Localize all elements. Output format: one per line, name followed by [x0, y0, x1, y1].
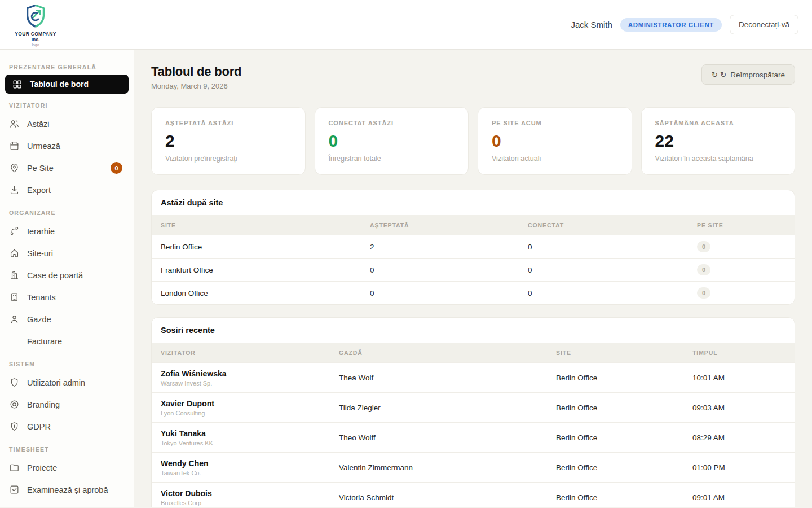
stat-sublabel: Înregistrări totale: [329, 155, 455, 163]
stat-card-this-week: SĂPTĂMÂNA ACEASTA 22 Vizitatori în aceas…: [641, 107, 796, 175]
location-pin-icon: [9, 163, 20, 173]
arrival-time: 01:00 PM: [692, 463, 785, 472]
sidebar-item-label: Urmează: [27, 142, 60, 151]
stat-card-checked-in: CONECTAT ASTĂZI 0 Înregistrări totale: [315, 107, 469, 175]
sidebar-item-gdpr[interactable]: GDPR: [0, 415, 134, 437]
calendar-icon: [9, 141, 20, 151]
sidebar-item-branding[interactable]: Branding: [0, 393, 134, 415]
table-row[interactable]: London Office 0 0 0: [152, 281, 795, 304]
blank-icon: [9, 336, 20, 347]
visitor-company: TaiwanTek Co.: [161, 470, 339, 476]
page-date: Monday, March 9, 2026: [151, 82, 241, 90]
column-header: SITE: [161, 222, 370, 229]
table-row[interactable]: Victor Dubois Bruxelles Corp Victoria Sc…: [152, 482, 795, 507]
column-header: SITE: [556, 349, 692, 356]
recent-arrivals-header: VIZITATOR GAZDĂ SITE TIMPUL: [152, 343, 795, 362]
today-by-site-header: SITE AȘTEPTATĂ CONECTAT PE SITE: [152, 215, 795, 235]
refresh-button[interactable]: ↻ ↻ Reîmprospătare: [701, 64, 795, 85]
table-row[interactable]: Frankfurt Office 0 0 0: [152, 258, 795, 281]
arrival-time: 09:01 AM: [692, 493, 785, 502]
stat-value: 0: [492, 132, 618, 151]
site-name: Berlin Office: [556, 404, 692, 412]
company-logo[interactable]: YOUR COMPANY Inc. logo: [14, 3, 58, 47]
sidebar-item-today[interactable]: Astăzi: [0, 113, 134, 135]
download-icon: [9, 185, 20, 195]
site-name: London Office: [161, 289, 370, 297]
stat-label: CONECTAT ASTĂZI: [329, 120, 455, 126]
people-icon: [9, 119, 20, 129]
table-row[interactable]: Yuki Tanaka Tokyo Ventures KK Theo Wolff…: [152, 422, 795, 452]
sidebar-item-export-timesheet[interactable]: Export: [0, 501, 134, 507]
logo-company-text: YOUR COMPANY: [15, 31, 56, 37]
sidebar-item-gatehouses[interactable]: Case de poartă: [0, 264, 134, 286]
gatehouse-icon: [9, 270, 20, 281]
download-icon: [9, 506, 20, 507]
visitor-company: Bruxelles Corp: [161, 500, 339, 506]
stat-card-onsite-now: PE SITE ACUM 0 Vizitatori actuali: [478, 107, 632, 175]
section-label-visitors: VIZITATORI: [9, 102, 125, 109]
sidebar-item-label: Proiecte: [27, 463, 57, 472]
sidebar-item-projects[interactable]: Proiecte: [0, 457, 134, 479]
sidebar-item-label: Facturare: [27, 337, 62, 346]
site-name: Berlin Office: [556, 493, 692, 502]
section-label-organize: ORGANIZARE: [9, 209, 125, 216]
column-header: GAZDĂ: [339, 349, 556, 356]
expected-count: 0: [370, 266, 528, 274]
table-row[interactable]: Berlin Office 2 0 0: [152, 235, 795, 258]
site-name: Berlin Office: [556, 374, 692, 382]
person-icon: [9, 314, 20, 325]
sidebar: PREZENTARE GENERALĂ Tabloul de bord VIZI…: [0, 50, 134, 507]
arrival-time: 08:29 AM: [692, 433, 785, 442]
sidebar-item-label: Astăzi: [27, 120, 50, 129]
stat-label: SĂPTĂMÂNA ACEASTA: [655, 120, 782, 126]
sidebar-item-upcoming[interactable]: Urmează: [0, 135, 134, 157]
sidebar-item-label: Gazde: [27, 315, 51, 324]
section-label-timesheet: TIMESHEET: [9, 446, 125, 453]
logout-button[interactable]: Deconectați-vă: [730, 15, 798, 34]
home-icon: [9, 248, 20, 259]
sidebar-item-label: Case de poartă: [27, 271, 83, 280]
visitor-name: Yuki Tanaka: [161, 429, 339, 438]
sidebar-item-admin-users[interactable]: Utilizatori admin: [0, 371, 134, 393]
top-header: YOUR COMPANY Inc. logo Jack Smith ADMINI…: [0, 0, 812, 50]
table-row[interactable]: Wendy Chen TaiwanTek Co. Valentin Zimmer…: [152, 452, 795, 482]
sidebar-item-label: Export: [27, 186, 51, 195]
connected-count: 0: [528, 266, 697, 274]
sidebar-item-label: Tabloul de bord: [30, 80, 89, 89]
site-name: Berlin Office: [161, 243, 370, 251]
table-row[interactable]: Xavier Dupont Lyon Consulting Tilda Zieg…: [152, 392, 795, 422]
sidebar-item-label: Ierarhie: [27, 227, 55, 236]
host-name: Thea Wolf: [339, 374, 556, 382]
site-name: Berlin Office: [556, 433, 692, 442]
host-name: Valentin Zimmermann: [339, 463, 556, 472]
stat-label: AȘTEPTATĂ ASTĂZI: [165, 120, 292, 126]
sidebar-item-dashboard[interactable]: Tabloul de bord: [5, 75, 129, 94]
expected-count: 0: [370, 289, 528, 297]
stat-value: 0: [329, 132, 455, 151]
sidebar-item-sites[interactable]: Site-uri: [0, 242, 134, 264]
sidebar-item-onsite[interactable]: Pe Site 0: [0, 157, 134, 179]
stat-value: 22: [655, 132, 782, 151]
stat-sublabel: Vizitatori preînregistrați: [165, 155, 292, 163]
visitor-company: Tokyo Ventures KK: [161, 440, 339, 446]
refresh-label: Reîmprospătare: [730, 71, 785, 79]
sidebar-item-label: Export: [27, 507, 51, 508]
dashboard-grid-icon: [12, 79, 23, 90]
main-content: Tabloul de bord Monday, March 9, 2026 ↻ …: [134, 50, 812, 507]
sidebar-item-tenants[interactable]: Tenants: [0, 286, 134, 308]
folder-icon: [9, 462, 20, 473]
sidebar-item-label: Branding: [27, 400, 60, 409]
section-label-system: SISTEM: [9, 361, 125, 367]
sidebar-item-label: Site-uri: [27, 249, 53, 258]
sidebar-item-export-visitors[interactable]: Export: [0, 179, 134, 201]
sidebar-item-hosts[interactable]: Gazde: [0, 308, 134, 330]
sidebar-item-hierarchy[interactable]: Ierarhie: [0, 220, 134, 242]
table-row[interactable]: Zofia Wiśniewska Warsaw Invest Sp. Thea …: [152, 362, 795, 392]
stat-value: 2: [165, 132, 292, 151]
sidebar-item-billing[interactable]: Facturare: [0, 330, 134, 352]
sidebar-item-review-approve[interactable]: Examinează și aprobă: [0, 479, 134, 501]
visitor-name: Xavier Dupont: [161, 399, 339, 408]
header-user-area: Jack Smith ADMINISTRATOR CLIENT Deconect…: [571, 15, 798, 34]
sidebar-item-label: Tenants: [27, 293, 56, 302]
column-header: VIZITATOR: [161, 349, 339, 356]
